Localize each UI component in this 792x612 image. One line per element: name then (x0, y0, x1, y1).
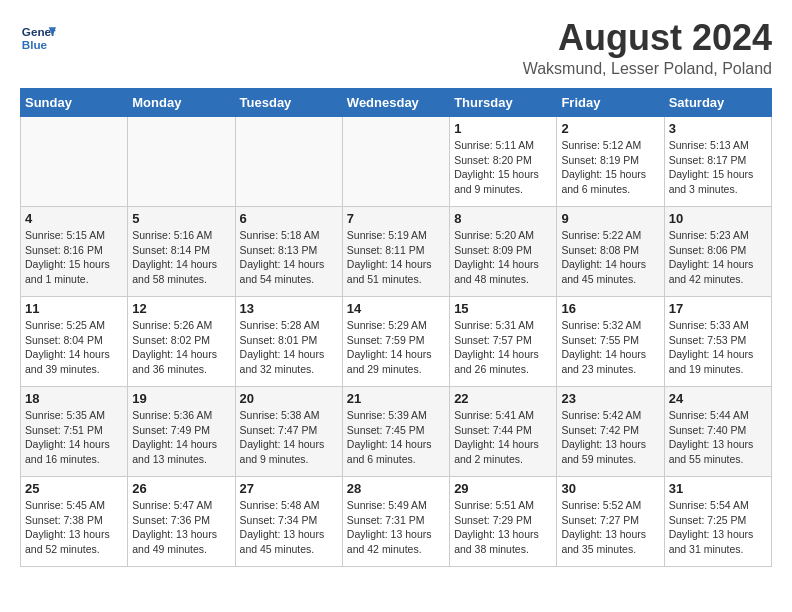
calendar-cell: 6Sunrise: 5:18 AM Sunset: 8:13 PM Daylig… (235, 207, 342, 297)
calendar-cell: 7Sunrise: 5:19 AM Sunset: 8:11 PM Daylig… (342, 207, 449, 297)
calendar-cell: 8Sunrise: 5:20 AM Sunset: 8:09 PM Daylig… (450, 207, 557, 297)
calendar-cell: 22Sunrise: 5:41 AM Sunset: 7:44 PM Dayli… (450, 387, 557, 477)
day-info: Sunrise: 5:44 AM Sunset: 7:40 PM Dayligh… (669, 408, 767, 467)
day-number: 8 (454, 211, 552, 226)
calendar-cell (235, 117, 342, 207)
day-info: Sunrise: 5:12 AM Sunset: 8:19 PM Dayligh… (561, 138, 659, 197)
calendar-cell: 20Sunrise: 5:38 AM Sunset: 7:47 PM Dayli… (235, 387, 342, 477)
day-info: Sunrise: 5:16 AM Sunset: 8:14 PM Dayligh… (132, 228, 230, 287)
calendar-cell: 15Sunrise: 5:31 AM Sunset: 7:57 PM Dayli… (450, 297, 557, 387)
week-row-1: 1Sunrise: 5:11 AM Sunset: 8:20 PM Daylig… (21, 117, 772, 207)
day-info: Sunrise: 5:20 AM Sunset: 8:09 PM Dayligh… (454, 228, 552, 287)
calendar-cell: 21Sunrise: 5:39 AM Sunset: 7:45 PM Dayli… (342, 387, 449, 477)
day-info: Sunrise: 5:26 AM Sunset: 8:02 PM Dayligh… (132, 318, 230, 377)
day-info: Sunrise: 5:47 AM Sunset: 7:36 PM Dayligh… (132, 498, 230, 557)
day-info: Sunrise: 5:18 AM Sunset: 8:13 PM Dayligh… (240, 228, 338, 287)
week-row-4: 18Sunrise: 5:35 AM Sunset: 7:51 PM Dayli… (21, 387, 772, 477)
day-info: Sunrise: 5:33 AM Sunset: 7:53 PM Dayligh… (669, 318, 767, 377)
calendar-cell: 17Sunrise: 5:33 AM Sunset: 7:53 PM Dayli… (664, 297, 771, 387)
day-number: 9 (561, 211, 659, 226)
calendar-cell: 19Sunrise: 5:36 AM Sunset: 7:49 PM Dayli… (128, 387, 235, 477)
calendar-cell (342, 117, 449, 207)
title-block: August 2024 Waksmund, Lesser Poland, Pol… (523, 20, 772, 78)
day-info: Sunrise: 5:52 AM Sunset: 7:27 PM Dayligh… (561, 498, 659, 557)
day-info: Sunrise: 5:13 AM Sunset: 8:17 PM Dayligh… (669, 138, 767, 197)
day-number: 6 (240, 211, 338, 226)
calendar-cell: 30Sunrise: 5:52 AM Sunset: 7:27 PM Dayli… (557, 477, 664, 567)
day-number: 12 (132, 301, 230, 316)
day-number: 13 (240, 301, 338, 316)
day-number: 29 (454, 481, 552, 496)
location: Waksmund, Lesser Poland, Poland (523, 60, 772, 78)
day-number: 3 (669, 121, 767, 136)
column-header-thursday: Thursday (450, 89, 557, 117)
calendar-cell: 11Sunrise: 5:25 AM Sunset: 8:04 PM Dayli… (21, 297, 128, 387)
day-info: Sunrise: 5:51 AM Sunset: 7:29 PM Dayligh… (454, 498, 552, 557)
calendar-cell: 27Sunrise: 5:48 AM Sunset: 7:34 PM Dayli… (235, 477, 342, 567)
day-number: 7 (347, 211, 445, 226)
day-number: 10 (669, 211, 767, 226)
calendar-cell: 10Sunrise: 5:23 AM Sunset: 8:06 PM Dayli… (664, 207, 771, 297)
day-info: Sunrise: 5:11 AM Sunset: 8:20 PM Dayligh… (454, 138, 552, 197)
column-header-wednesday: Wednesday (342, 89, 449, 117)
calendar-cell: 2Sunrise: 5:12 AM Sunset: 8:19 PM Daylig… (557, 117, 664, 207)
day-number: 1 (454, 121, 552, 136)
page-header: General Blue August 2024 Waksmund, Lesse… (20, 20, 772, 78)
calendar-cell (128, 117, 235, 207)
day-info: Sunrise: 5:48 AM Sunset: 7:34 PM Dayligh… (240, 498, 338, 557)
week-row-2: 4Sunrise: 5:15 AM Sunset: 8:16 PM Daylig… (21, 207, 772, 297)
calendar-cell: 14Sunrise: 5:29 AM Sunset: 7:59 PM Dayli… (342, 297, 449, 387)
day-number: 17 (669, 301, 767, 316)
day-number: 19 (132, 391, 230, 406)
day-number: 30 (561, 481, 659, 496)
calendar-table: SundayMondayTuesdayWednesdayThursdayFrid… (20, 88, 772, 567)
calendar-cell: 4Sunrise: 5:15 AM Sunset: 8:16 PM Daylig… (21, 207, 128, 297)
day-info: Sunrise: 5:25 AM Sunset: 8:04 PM Dayligh… (25, 318, 123, 377)
day-number: 26 (132, 481, 230, 496)
calendar-cell: 18Sunrise: 5:35 AM Sunset: 7:51 PM Dayli… (21, 387, 128, 477)
day-number: 25 (25, 481, 123, 496)
day-info: Sunrise: 5:28 AM Sunset: 8:01 PM Dayligh… (240, 318, 338, 377)
day-number: 24 (669, 391, 767, 406)
calendar-cell: 5Sunrise: 5:16 AM Sunset: 8:14 PM Daylig… (128, 207, 235, 297)
day-number: 14 (347, 301, 445, 316)
column-header-sunday: Sunday (21, 89, 128, 117)
day-info: Sunrise: 5:49 AM Sunset: 7:31 PM Dayligh… (347, 498, 445, 557)
day-info: Sunrise: 5:54 AM Sunset: 7:25 PM Dayligh… (669, 498, 767, 557)
day-number: 15 (454, 301, 552, 316)
day-info: Sunrise: 5:45 AM Sunset: 7:38 PM Dayligh… (25, 498, 123, 557)
column-header-saturday: Saturday (664, 89, 771, 117)
day-number: 5 (132, 211, 230, 226)
day-number: 23 (561, 391, 659, 406)
calendar-cell: 24Sunrise: 5:44 AM Sunset: 7:40 PM Dayli… (664, 387, 771, 477)
column-header-friday: Friday (557, 89, 664, 117)
day-number: 22 (454, 391, 552, 406)
week-row-3: 11Sunrise: 5:25 AM Sunset: 8:04 PM Dayli… (21, 297, 772, 387)
day-number: 28 (347, 481, 445, 496)
calendar-cell: 26Sunrise: 5:47 AM Sunset: 7:36 PM Dayli… (128, 477, 235, 567)
day-info: Sunrise: 5:19 AM Sunset: 8:11 PM Dayligh… (347, 228, 445, 287)
day-number: 2 (561, 121, 659, 136)
calendar-cell: 3Sunrise: 5:13 AM Sunset: 8:17 PM Daylig… (664, 117, 771, 207)
day-number: 27 (240, 481, 338, 496)
day-info: Sunrise: 5:22 AM Sunset: 8:08 PM Dayligh… (561, 228, 659, 287)
column-header-monday: Monday (128, 89, 235, 117)
calendar-cell (21, 117, 128, 207)
calendar-header-row: SundayMondayTuesdayWednesdayThursdayFrid… (21, 89, 772, 117)
calendar-cell: 1Sunrise: 5:11 AM Sunset: 8:20 PM Daylig… (450, 117, 557, 207)
week-row-5: 25Sunrise: 5:45 AM Sunset: 7:38 PM Dayli… (21, 477, 772, 567)
calendar-cell: 29Sunrise: 5:51 AM Sunset: 7:29 PM Dayli… (450, 477, 557, 567)
day-number: 4 (25, 211, 123, 226)
day-info: Sunrise: 5:23 AM Sunset: 8:06 PM Dayligh… (669, 228, 767, 287)
day-info: Sunrise: 5:39 AM Sunset: 7:45 PM Dayligh… (347, 408, 445, 467)
day-info: Sunrise: 5:38 AM Sunset: 7:47 PM Dayligh… (240, 408, 338, 467)
day-info: Sunrise: 5:35 AM Sunset: 7:51 PM Dayligh… (25, 408, 123, 467)
day-number: 18 (25, 391, 123, 406)
day-info: Sunrise: 5:15 AM Sunset: 8:16 PM Dayligh… (25, 228, 123, 287)
calendar-cell: 23Sunrise: 5:42 AM Sunset: 7:42 PM Dayli… (557, 387, 664, 477)
day-info: Sunrise: 5:42 AM Sunset: 7:42 PM Dayligh… (561, 408, 659, 467)
day-number: 21 (347, 391, 445, 406)
day-info: Sunrise: 5:31 AM Sunset: 7:57 PM Dayligh… (454, 318, 552, 377)
calendar-cell: 25Sunrise: 5:45 AM Sunset: 7:38 PM Dayli… (21, 477, 128, 567)
calendar-cell: 31Sunrise: 5:54 AM Sunset: 7:25 PM Dayli… (664, 477, 771, 567)
